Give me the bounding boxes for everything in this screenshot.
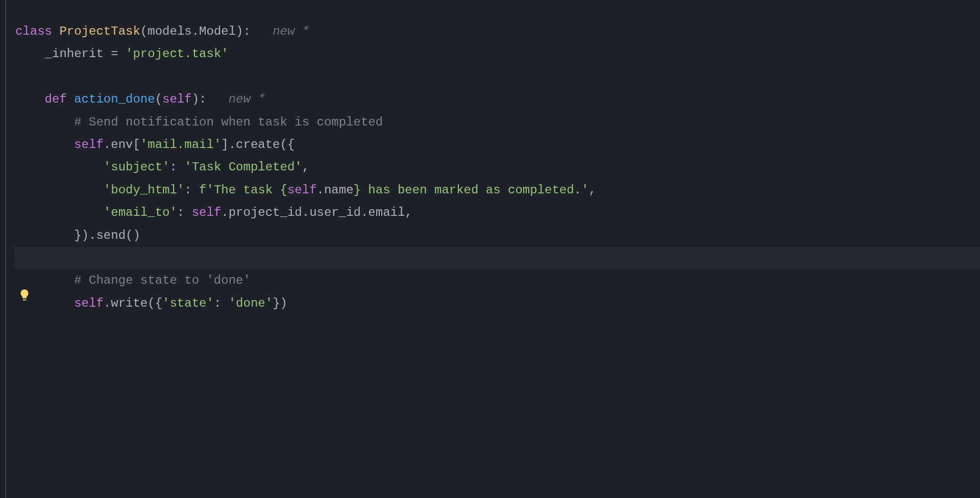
code-line[interactable]: self.env['mail.mail'].create({ xyxy=(15,134,980,156)
punct: . xyxy=(89,229,96,242)
comment: # Send notification when task is complet… xyxy=(74,115,383,129)
code-line[interactable]: 'email_to': self.project_id.user_id.emai… xyxy=(15,202,980,224)
punct: ) xyxy=(192,92,199,106)
punct: }) xyxy=(273,296,287,310)
code-line[interactable]: self.write({'state': 'done'}) xyxy=(15,292,980,315)
punct: . xyxy=(317,183,324,197)
punct: : xyxy=(214,296,229,310)
punct: , xyxy=(302,160,309,174)
code-line[interactable]: }).send() xyxy=(15,225,980,247)
code-line[interactable]: class ProjectTask(models.Model): new * xyxy=(15,20,980,43)
punct: ( xyxy=(140,24,148,38)
punct: . xyxy=(229,138,236,152)
punct: : xyxy=(199,92,206,106)
blank-line[interactable] xyxy=(15,66,980,88)
current-line[interactable] xyxy=(15,247,980,269)
identifier: project_id xyxy=(229,206,302,219)
punct: : xyxy=(243,24,251,38)
punct: ({ xyxy=(280,138,295,152)
punct: . xyxy=(104,296,111,310)
punct: . xyxy=(104,138,111,152)
code-line[interactable]: # Change state to 'done' xyxy=(15,269,980,292)
string: 'The task { xyxy=(206,183,287,197)
punct: }) xyxy=(74,229,89,242)
punct: () xyxy=(126,229,140,242)
punct: : xyxy=(169,160,184,174)
self-ref: self xyxy=(74,296,104,310)
indent xyxy=(15,115,74,129)
identifier: Model xyxy=(199,24,236,38)
string: 'project.task' xyxy=(126,47,229,61)
identifier: name xyxy=(324,183,354,197)
indent xyxy=(15,92,45,106)
dict-key: 'subject' xyxy=(104,160,170,174)
punct: ({ xyxy=(148,296,162,310)
punct: : xyxy=(184,183,199,197)
keyword-def: def xyxy=(45,92,75,106)
indent xyxy=(15,160,104,174)
code-line[interactable]: 'subject': 'Task Completed', xyxy=(15,156,980,179)
code-editor[interactable]: class ProjectTask(models.Model): new * _… xyxy=(0,20,980,315)
punct: , xyxy=(589,183,596,197)
identifier: user_id xyxy=(309,206,361,219)
indent xyxy=(15,206,104,219)
string: 'mail.mail' xyxy=(140,138,221,152)
self-ref: self xyxy=(287,183,317,197)
dict-key: 'email_to' xyxy=(104,206,177,219)
fstring-prefix: f xyxy=(199,183,206,197)
dict-key: 'body_html' xyxy=(104,183,184,197)
punct: . xyxy=(302,206,309,219)
self-ref: self xyxy=(74,138,104,152)
punct: . xyxy=(192,24,199,38)
string: 'done' xyxy=(229,296,273,310)
code-line[interactable]: _inherit = 'project.task' xyxy=(15,43,980,65)
dict-key: 'state' xyxy=(162,296,214,310)
punct: . xyxy=(221,206,228,219)
identifier: email xyxy=(368,206,405,219)
indent xyxy=(15,273,74,287)
punct: ( xyxy=(155,92,162,106)
operator: = xyxy=(104,47,126,61)
code-line[interactable]: def action_done(self): new * xyxy=(15,88,980,111)
string: 'Task Completed' xyxy=(184,160,302,174)
punct: ] xyxy=(221,138,228,152)
self-ref: self xyxy=(192,206,222,219)
indent xyxy=(15,296,74,310)
indent xyxy=(15,138,74,152)
string: } has been marked as completed.' xyxy=(354,183,589,197)
identifier: send xyxy=(96,229,126,242)
function-name: action_done xyxy=(74,92,155,106)
identifier: create xyxy=(236,138,280,152)
identifier: write xyxy=(111,296,148,310)
indent xyxy=(15,229,74,242)
indent xyxy=(15,47,45,61)
code-line[interactable]: 'body_html': f'The task {self.name} has … xyxy=(15,179,980,202)
punct: . xyxy=(361,206,368,219)
punct: [ xyxy=(133,138,140,152)
code-line[interactable]: # Send notification when task is complet… xyxy=(15,111,980,134)
indent xyxy=(15,183,104,197)
comment: # Change state to 'done' xyxy=(74,273,251,287)
inlay-hint: new * xyxy=(229,92,265,106)
class-name: ProjectTask xyxy=(59,24,140,38)
keyword-class: class xyxy=(15,24,59,38)
self-param: self xyxy=(162,92,192,106)
identifier: models xyxy=(148,24,191,38)
identifier: _inherit xyxy=(45,47,104,61)
inlay-hint: new * xyxy=(273,24,309,38)
punct: , xyxy=(405,206,412,219)
identifier: env xyxy=(111,138,133,152)
punct: : xyxy=(177,206,192,219)
punct: ) xyxy=(236,24,243,38)
